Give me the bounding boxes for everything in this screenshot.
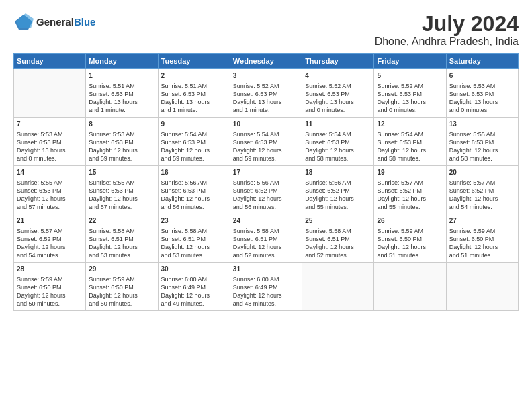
col-thursday: Thursday <box>302 54 374 69</box>
cell-text: Sunset: 6:53 PM <box>89 187 154 195</box>
cell-w2-d2: 9Sunrise: 5:54 AMSunset: 6:53 PMDaylight… <box>158 118 230 166</box>
cell-text: Daylight: 12 hours <box>449 243 515 251</box>
cell-text: Sunrise: 5:57 AM <box>449 179 515 187</box>
day-number: 5 <box>377 71 443 81</box>
cell-text: Sunrise: 5:52 AM <box>377 82 443 90</box>
cell-w4-d2: 23Sunrise: 5:58 AMSunset: 6:51 PMDayligh… <box>158 214 230 263</box>
cell-text: Sunrise: 5:55 AM <box>17 179 83 187</box>
cell-text: Sunrise: 6:00 AM <box>233 275 299 283</box>
cell-text: Sunrise: 6:00 AM <box>161 275 227 283</box>
col-sunday: Sunday <box>14 54 86 69</box>
cell-w4-d0: 21Sunrise: 5:57 AMSunset: 6:52 PMDayligh… <box>14 214 86 263</box>
day-number: 24 <box>233 216 299 226</box>
cell-text: Daylight: 13 hours <box>17 146 83 154</box>
cell-text: Daylight: 12 hours <box>17 291 83 300</box>
cell-text: Sunset: 6:53 PM <box>161 90 227 98</box>
cell-text: Daylight: 12 hours <box>161 291 227 300</box>
page: General Blue July 2024 Dhone, Andhra Pra… <box>0 0 532 318</box>
cell-text: Sunset: 6:53 PM <box>89 90 154 98</box>
cell-text: and 53 minutes. <box>161 251 227 259</box>
cell-text: Sunset: 6:53 PM <box>305 90 371 98</box>
cell-w4-d1: 22Sunrise: 5:58 AMSunset: 6:51 PMDayligh… <box>86 214 158 263</box>
main-title: July 2024 <box>375 12 519 36</box>
cell-text: Sunset: 6:53 PM <box>449 90 515 98</box>
cell-text: Sunrise: 5:51 AM <box>89 82 154 90</box>
day-number: 21 <box>17 216 83 226</box>
cell-w1-d6: 6Sunrise: 5:53 AMSunset: 6:53 PMDaylight… <box>446 69 518 118</box>
cell-w3-d2: 16Sunrise: 5:56 AMSunset: 6:53 PMDayligh… <box>158 166 230 214</box>
cell-text: Sunset: 6:52 PM <box>305 187 371 195</box>
cell-w2-d4: 11Sunrise: 5:54 AMSunset: 6:53 PMDayligh… <box>302 118 374 166</box>
cell-text: Daylight: 12 hours <box>17 243 83 251</box>
cell-text: and 57 minutes. <box>17 203 83 211</box>
day-number: 4 <box>305 71 371 81</box>
cell-w5-d5 <box>374 263 446 311</box>
cell-w4-d5: 26Sunrise: 5:59 AMSunset: 6:50 PMDayligh… <box>374 214 446 263</box>
day-number: 1 <box>89 71 154 81</box>
cell-text: Sunrise: 5:57 AM <box>17 227 83 235</box>
cell-w2-d6: 13Sunrise: 5:55 AMSunset: 6:53 PMDayligh… <box>446 118 518 166</box>
cell-text: Sunset: 6:53 PM <box>233 90 299 98</box>
cell-text: and 55 minutes. <box>305 203 371 211</box>
cell-w5-d2: 30Sunrise: 6:00 AMSunset: 6:49 PMDayligh… <box>158 263 230 311</box>
cell-text: Sunrise: 5:52 AM <box>233 82 299 90</box>
cell-text: and 57 minutes. <box>89 203 154 211</box>
week-row-4: 21Sunrise: 5:57 AMSunset: 6:52 PMDayligh… <box>14 214 519 263</box>
cell-text: Sunset: 6:53 PM <box>377 90 443 98</box>
cell-text: Sunset: 6:53 PM <box>305 138 371 146</box>
day-number: 20 <box>449 168 515 177</box>
cell-text: Daylight: 13 hours <box>305 98 371 106</box>
day-number: 2 <box>161 71 227 81</box>
cell-text: and 54 minutes. <box>449 203 515 211</box>
cell-text: Sunrise: 5:55 AM <box>449 130 515 138</box>
cell-w1-d1: 1Sunrise: 5:51 AMSunset: 6:53 PMDaylight… <box>86 69 158 118</box>
cell-text: Daylight: 12 hours <box>377 146 443 154</box>
header: General Blue July 2024 Dhone, Andhra Pra… <box>13 12 519 48</box>
cell-text: Daylight: 12 hours <box>161 243 227 251</box>
week-row-1: 1Sunrise: 5:51 AMSunset: 6:53 PMDaylight… <box>14 69 519 118</box>
day-number: 11 <box>305 120 371 129</box>
cell-text: Sunset: 6:49 PM <box>161 283 227 291</box>
cell-text: and 56 minutes. <box>161 203 227 211</box>
day-number: 17 <box>233 168 299 177</box>
logo-text: General Blue <box>36 17 95 28</box>
cell-text: Sunrise: 5:54 AM <box>305 130 371 138</box>
cell-text: Sunrise: 5:53 AM <box>89 130 154 138</box>
cell-text: Sunrise: 5:58 AM <box>89 227 154 235</box>
cell-w4-d4: 25Sunrise: 5:58 AMSunset: 6:51 PMDayligh… <box>302 214 374 263</box>
day-number: 27 <box>449 216 515 226</box>
cell-w5-d3: 31Sunrise: 6:00 AMSunset: 6:49 PMDayligh… <box>230 263 302 311</box>
day-number: 12 <box>377 120 443 129</box>
day-number: 8 <box>89 120 154 129</box>
day-number: 7 <box>17 120 83 129</box>
cell-w1-d2: 2Sunrise: 5:51 AMSunset: 6:53 PMDaylight… <box>158 69 230 118</box>
cell-text: Daylight: 12 hours <box>89 146 154 154</box>
cell-text: Daylight: 13 hours <box>449 98 515 106</box>
day-number: 10 <box>233 120 299 129</box>
cell-text: Sunset: 6:53 PM <box>161 187 227 195</box>
cell-text: Sunrise: 5:51 AM <box>161 82 227 90</box>
cell-w3-d0: 14Sunrise: 5:55 AMSunset: 6:53 PMDayligh… <box>14 166 86 214</box>
cell-text: and 1 minute. <box>233 106 299 114</box>
cell-text: Daylight: 12 hours <box>17 195 83 203</box>
cell-text: Sunset: 6:49 PM <box>233 283 299 291</box>
cell-text: Sunset: 6:53 PM <box>89 138 154 146</box>
cell-text: and 56 minutes. <box>233 203 299 211</box>
cell-text: Daylight: 12 hours <box>377 243 443 251</box>
cell-w4-d3: 24Sunrise: 5:58 AMSunset: 6:51 PMDayligh… <box>230 214 302 263</box>
cell-w2-d1: 8Sunrise: 5:53 AMSunset: 6:53 PMDaylight… <box>86 118 158 166</box>
cell-text: Sunset: 6:52 PM <box>17 235 83 243</box>
col-monday: Monday <box>86 54 158 69</box>
cell-text: Sunrise: 5:54 AM <box>161 130 227 138</box>
cell-text: Sunset: 6:52 PM <box>449 187 515 195</box>
cell-text: and 48 minutes. <box>233 300 299 308</box>
cell-text: and 58 minutes. <box>449 154 515 163</box>
cell-text: Sunrise: 5:59 AM <box>449 227 515 235</box>
cell-text: Sunset: 6:50 PM <box>17 283 83 291</box>
col-saturday: Saturday <box>446 54 518 69</box>
day-number: 16 <box>161 168 227 177</box>
cell-text: Sunrise: 5:55 AM <box>89 179 154 187</box>
cell-text: and 0 minutes. <box>305 106 371 114</box>
cell-text: and 51 minutes. <box>449 251 515 259</box>
cell-text: Daylight: 12 hours <box>233 291 299 300</box>
